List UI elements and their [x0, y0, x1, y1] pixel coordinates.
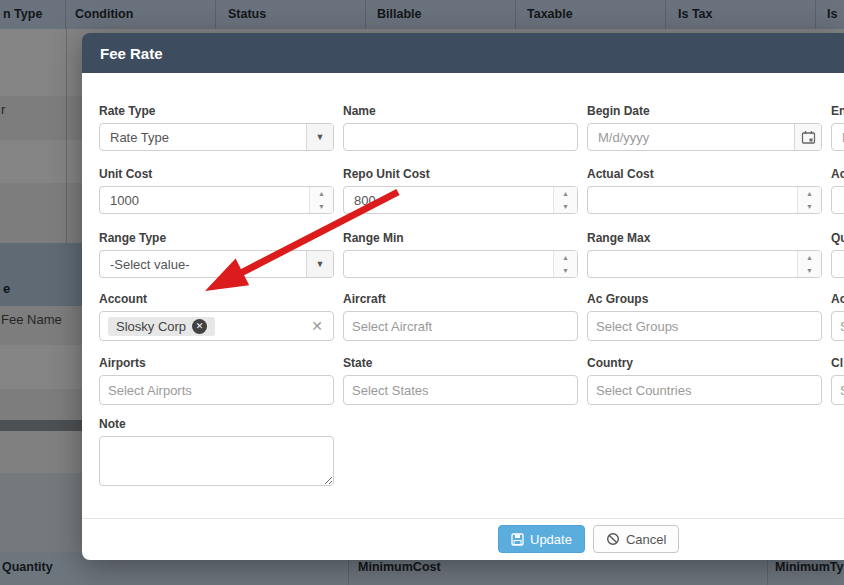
table-cell-text: Fee Name [1, 312, 62, 327]
name-field: Name [343, 104, 578, 151]
state-multiselect[interactable]: Select States [343, 375, 578, 405]
cancel-button[interactable]: Cancel [593, 525, 679, 553]
chip-remove-icon[interactable]: ✕ [192, 319, 207, 334]
column-header[interactable]: Status [228, 7, 266, 21]
rate-type-value: Rate Type [100, 124, 306, 150]
modal-title: Fee Rate [100, 45, 163, 62]
column-header[interactable]: Billable [377, 7, 421, 21]
modal-header[interactable]: Fee Rate [82, 33, 844, 73]
account-chip-text: Slosky Corp [116, 319, 186, 334]
clipped-actypes-multiselect[interactable]: S [831, 311, 844, 341]
spin-down-icon[interactable]: ▼ [798, 264, 821, 277]
header-separator [665, 0, 666, 29]
repo-unit-cost-label: Repo Unit Cost [343, 167, 578, 181]
calendar-icon[interactable] [794, 124, 821, 150]
range-max-input[interactable] [588, 251, 797, 277]
spin-up-icon[interactable]: ▲ [554, 187, 577, 200]
cancel-icon [606, 532, 620, 546]
begin-date-field: Begin Date [587, 104, 822, 151]
state-placeholder: Select States [352, 383, 429, 398]
end-date-input[interactable] [832, 124, 844, 150]
begin-date-label: Begin Date [587, 104, 822, 118]
ac-groups-multiselect[interactable]: Select Groups [587, 311, 822, 341]
country-label: Country [587, 356, 822, 370]
clipped-cost-label: Ac [831, 167, 844, 181]
number-stepper[interactable]: ▲▼ [553, 187, 577, 213]
rate-type-label: Rate Type [99, 104, 334, 118]
clipped-cost-field: Ac [831, 167, 844, 214]
unit-cost-label: Unit Cost [99, 167, 334, 181]
airports-field: Airports Select Airports [99, 356, 334, 405]
country-multiselect[interactable]: Select Countries [587, 375, 822, 405]
spin-up-icon[interactable]: ▲ [798, 251, 821, 264]
column-header[interactable]: MinimumTy [775, 560, 844, 574]
range-min-input[interactable] [344, 251, 553, 277]
aircraft-label: Aircraft [343, 292, 578, 306]
range-max-field: Range Max ▲▼ [587, 231, 822, 278]
rate-type-select[interactable]: Rate Type ▼ [99, 123, 334, 151]
column-header[interactable]: Is [827, 7, 837, 21]
unit-cost-input[interactable] [100, 187, 309, 213]
column-separator [66, 29, 67, 243]
clear-icon[interactable]: ✕ [311, 318, 325, 334]
name-label: Name [343, 104, 578, 118]
state-field: State Select States [343, 356, 578, 405]
note-textarea[interactable] [99, 436, 334, 486]
subheader-label: e [3, 281, 10, 296]
update-button[interactable]: Update [498, 525, 585, 553]
note-field: Note [99, 417, 334, 490]
begin-date-input[interactable] [588, 124, 794, 150]
account-chip[interactable]: Slosky Corp ✕ [108, 317, 215, 336]
column-header[interactable]: Taxable [527, 7, 573, 21]
airports-label: Airports [99, 356, 334, 370]
ac-groups-label: Ac Groups [587, 292, 822, 306]
country-placeholder: Select Countries [596, 383, 691, 398]
number-stepper[interactable]: ▲▼ [797, 251, 821, 277]
number-stepper[interactable]: ▲▼ [309, 187, 333, 213]
column-header[interactable]: Is Tax [678, 7, 713, 21]
aircraft-multiselect[interactable]: Select Aircraft [343, 311, 578, 341]
cancel-button-label: Cancel [626, 532, 666, 547]
clipped-actypes-placeholder: S [840, 319, 844, 334]
name-input[interactable] [344, 124, 577, 150]
spin-up-icon[interactable]: ▲ [310, 187, 333, 200]
aircraft-placeholder: Select Aircraft [352, 319, 432, 334]
chevron-down-icon[interactable]: ▼ [306, 251, 333, 277]
top-grid-header: n Type Condition Status Billable Taxable… [0, 0, 844, 29]
repo-unit-cost-input[interactable] [344, 187, 553, 213]
range-max-label: Range Max [587, 231, 822, 245]
ac-groups-placeholder: Select Groups [596, 319, 678, 334]
actual-cost-field: Actual Cost ▲▼ [587, 167, 822, 214]
spin-down-icon[interactable]: ▼ [798, 200, 821, 213]
column-header[interactable]: Quantity [2, 560, 53, 574]
state-label: State [343, 356, 578, 370]
column-header[interactable]: MinimumCost [358, 560, 441, 574]
chevron-down-icon[interactable]: ▼ [306, 124, 333, 150]
actual-cost-input[interactable] [588, 187, 797, 213]
unit-cost-field: Unit Cost ▲▼ [99, 167, 334, 214]
range-type-select[interactable]: -Select value- ▼ [99, 250, 334, 278]
end-date-field: En [831, 104, 844, 151]
spin-down-icon[interactable]: ▼ [310, 200, 333, 213]
repo-unit-cost-field: Repo Unit Cost ▲▼ [343, 167, 578, 214]
country-field: Country Select Countries [587, 356, 822, 405]
column-header[interactable]: Condition [75, 7, 133, 21]
spin-down-icon[interactable]: ▼ [554, 200, 577, 213]
clipped-qty-input[interactable] [832, 251, 844, 277]
note-label: Note [99, 417, 334, 431]
number-stepper[interactable]: ▲▼ [797, 187, 821, 213]
ac-groups-field: Ac Groups Select Groups [587, 292, 822, 341]
clipped-client-multiselect[interactable]: S [831, 375, 844, 405]
number-stepper[interactable]: ▲▼ [553, 251, 577, 277]
account-field: Account Slosky Corp ✕ ✕ [99, 292, 334, 341]
clipped-qty-label: Qu [831, 231, 844, 245]
column-header[interactable]: n Type [3, 7, 42, 21]
airports-multiselect[interactable]: Select Airports [99, 375, 334, 405]
spin-down-icon[interactable]: ▼ [554, 264, 577, 277]
spin-up-icon[interactable]: ▲ [798, 187, 821, 200]
clipped-cost-input[interactable] [832, 187, 844, 213]
account-multiselect[interactable]: Slosky Corp ✕ ✕ [99, 311, 334, 341]
header-separator [215, 0, 216, 29]
airports-placeholder: Select Airports [108, 383, 192, 398]
spin-up-icon[interactable]: ▲ [554, 251, 577, 264]
